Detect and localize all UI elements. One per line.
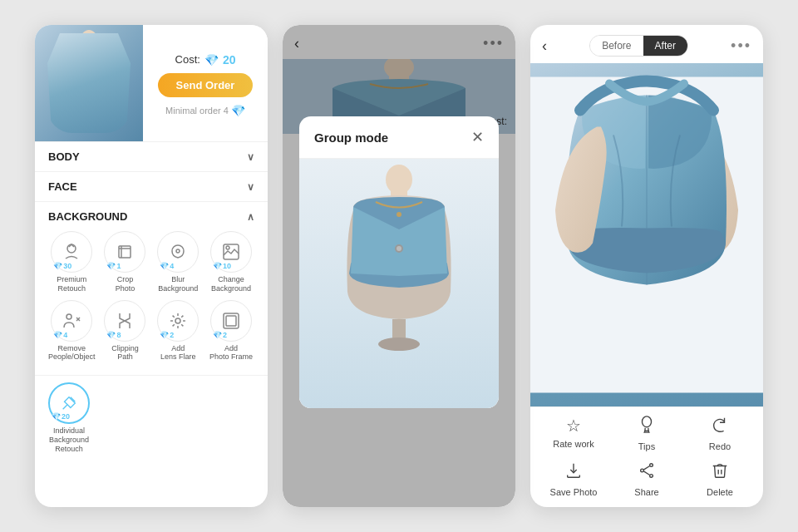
before-button[interactable]: Before xyxy=(590,36,643,56)
save-photo-label: Save Photo xyxy=(550,487,598,497)
cost-label: Cost: xyxy=(175,53,200,66)
mannequin-image xyxy=(35,25,143,141)
background-tools-grid: 💎30 PremiumRetouch 💎1 CropPhoto 💎4 xyxy=(48,231,254,362)
svg-rect-1 xyxy=(83,42,95,57)
tool-clipping-path[interactable]: 💎8 ClippingPath xyxy=(102,300,149,362)
tool-label: BlurBackground xyxy=(158,275,198,293)
star-icon: ☆ xyxy=(566,416,581,436)
screen1-info: Cost: 💎 20 Send Order Minimal order 4 💎 xyxy=(143,25,268,141)
section-background-header[interactable]: BACKGROUND ∧ xyxy=(48,210,254,223)
svg-point-38 xyxy=(650,464,653,467)
tool-badge: 💎2 xyxy=(160,331,174,339)
screen-3: ‹ Before After ••• xyxy=(530,25,763,507)
back-button[interactable]: ‹ xyxy=(542,37,547,55)
save-icon xyxy=(564,461,583,484)
delete-button[interactable]: Delete xyxy=(691,461,749,497)
chevron-up-icon: ∧ xyxy=(247,211,254,223)
redo-button[interactable]: Redo xyxy=(691,416,749,451)
tool-label: AddPhoto Frame xyxy=(209,344,253,362)
share-button[interactable]: Share xyxy=(618,461,676,497)
send-order-button[interactable]: Send Order xyxy=(158,73,254,97)
modal-title: Group mode xyxy=(314,131,388,145)
minimal-order: Minimal order 4 💎 xyxy=(165,104,245,117)
svg-point-39 xyxy=(641,469,644,472)
svg-line-19 xyxy=(181,324,183,326)
minimal-diamond-icon: 💎 xyxy=(231,104,245,117)
tips-button[interactable]: Tips xyxy=(618,416,676,451)
share-label: Share xyxy=(634,487,658,497)
after-button[interactable]: After xyxy=(643,36,687,56)
tool-lens-flare[interactable]: 💎2 AddLens Flare xyxy=(155,300,201,362)
product-photo xyxy=(35,25,143,141)
section-background: BACKGROUND ∧ 💎30 PremiumRetouch 💎1 xyxy=(35,202,268,376)
modal-close-button[interactable]: ✕ xyxy=(471,130,484,145)
tool-premium-retouch[interactable]: 💎30 PremiumRetouch xyxy=(48,231,96,293)
save-photo-button[interactable]: Save Photo xyxy=(544,461,603,497)
svg-point-31 xyxy=(397,212,401,217)
svg-point-40 xyxy=(650,475,653,478)
tool-crop-photo[interactable]: 💎1 CropPhoto xyxy=(102,231,149,293)
screen3-header: ‹ Before After ••• xyxy=(530,25,763,63)
trash-icon xyxy=(711,461,729,484)
svg-line-18 xyxy=(173,315,175,317)
svg-point-3 xyxy=(67,244,76,253)
screen-2: ‹ ••• Cost: Group mode ✕ xyxy=(283,25,515,507)
tool-badge: 💎2 xyxy=(213,331,227,339)
chevron-down-icon: ∨ xyxy=(247,151,254,163)
tool-label: CropPhoto xyxy=(116,275,135,293)
tool-icon-circle: 💎30 xyxy=(51,231,92,273)
tool-badge: 💎8 xyxy=(106,331,121,339)
rate-work-button[interactable]: ☆ Rate work xyxy=(544,416,603,451)
tool-remove-people[interactable]: 💎4 RemovePeople/Object xyxy=(48,300,96,362)
cost-row: Cost: 💎 20 xyxy=(175,53,236,66)
section-body[interactable]: BODY ∨ xyxy=(35,142,268,172)
rate-work-label: Rate work xyxy=(553,439,594,449)
tool-badge: 💎1 xyxy=(106,262,121,270)
tool-badge: 💎4 xyxy=(160,262,174,270)
svg-line-21 xyxy=(173,324,175,326)
bottom-special-tool: 💎20 IndividualBackgroundRetouch xyxy=(35,376,268,460)
svg-point-2 xyxy=(57,50,121,70)
tool-label: ClippingPath xyxy=(111,344,139,362)
screen-1: Cost: 💎 20 Send Order Minimal order 4 💎 … xyxy=(35,25,268,507)
tool-photo-frame[interactable]: 💎2 AddPhoto Frame xyxy=(208,300,254,362)
redo-icon xyxy=(711,416,729,438)
tool-icon-circle: 💎10 xyxy=(210,231,252,273)
screens-container: Cost: 💎 20 Send Order Minimal order 4 💎 … xyxy=(0,0,798,532)
tool-badge: 💎10 xyxy=(213,262,231,270)
tool-label: ChangeBackground xyxy=(211,275,251,293)
tool-individual-bg[interactable]: 💎20 IndividualBackgroundRetouch xyxy=(48,382,90,453)
svg-point-13 xyxy=(175,318,180,323)
tool-label: PremiumRetouch xyxy=(57,275,86,293)
tips-label: Tips xyxy=(638,441,655,451)
share-icon xyxy=(638,461,656,484)
svg-point-0 xyxy=(81,30,97,50)
tool-icon-circle: 💎8 xyxy=(104,300,145,342)
before-after-toggle: Before After xyxy=(589,35,688,57)
diamond-icon: 💎 xyxy=(204,53,219,66)
product-result-image xyxy=(530,63,763,406)
tool-icon-circle: 💎4 xyxy=(51,300,92,342)
svg-point-37 xyxy=(643,416,652,427)
svg-line-42 xyxy=(643,471,649,475)
tool-label: RemovePeople/Object xyxy=(48,344,96,362)
tool-label: IndividualBackgroundRetouch xyxy=(49,426,89,453)
tool-icon-circle: 💎2 xyxy=(210,300,252,342)
tool-icon-circle: 💎2 xyxy=(157,300,199,342)
modal-header: Group mode ✕ xyxy=(299,116,499,159)
screen3-actions-top: ☆ Rate work Tips Redo xyxy=(530,406,763,456)
modal-body xyxy=(299,159,499,408)
tool-change-bg[interactable]: 💎10 ChangeBackground xyxy=(208,231,254,293)
svg-point-7 xyxy=(176,249,180,253)
tool-icon-circle: 💎4 xyxy=(157,231,199,273)
more-options-button[interactable]: ••• xyxy=(731,37,751,55)
tool-badge: 💎20 xyxy=(52,412,70,421)
tool-icon-circle-active: 💎20 xyxy=(48,382,90,424)
section-face[interactable]: FACE ∨ xyxy=(35,172,268,202)
tool-blur-bg[interactable]: 💎4 BlurBackground xyxy=(155,231,201,293)
tool-icon-circle: 💎1 xyxy=(104,231,145,273)
redo-label: Redo xyxy=(709,441,731,451)
svg-rect-23 xyxy=(226,316,236,326)
svg-point-10 xyxy=(66,314,71,319)
svg-rect-4 xyxy=(119,246,131,258)
